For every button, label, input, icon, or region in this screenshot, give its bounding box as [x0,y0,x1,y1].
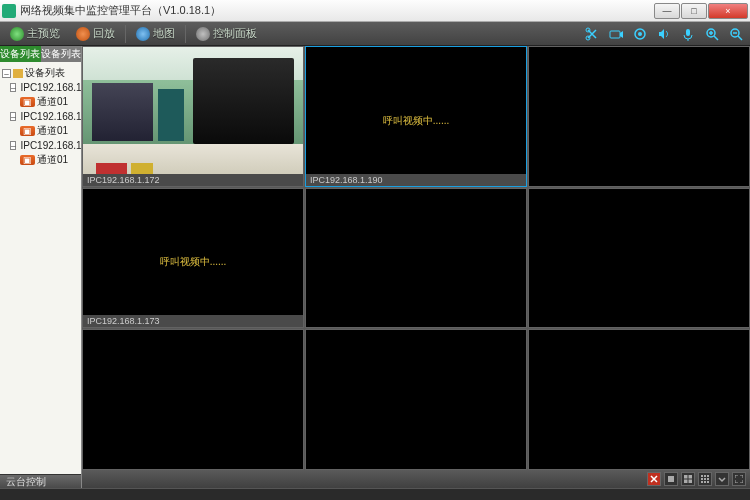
svg-rect-9 [684,475,688,479]
minimize-button[interactable]: — [654,3,680,19]
video-feed [83,47,303,186]
svg-rect-10 [689,475,693,479]
svg-rect-17 [704,478,706,480]
ptz-panel-header[interactable]: 云台控制 [0,474,81,488]
playback-icon [76,27,90,41]
sidebar-tab-devices[interactable]: 设备列表 [0,46,41,62]
svg-point-4 [638,32,642,36]
video-cell-label: IPC192.168.1.190 [306,174,526,186]
tab-preview[interactable]: 主预览 [2,24,68,43]
sidebar: 设备列表 设备列表 – 设备列表 –IPC192.168.1.190▣通道01–… [0,46,82,488]
video-cell-label: IPC192.168.1.172 [83,174,303,186]
svg-rect-20 [704,481,706,483]
tree-device[interactable]: –IPC192.168.1.190 [2,81,79,94]
tree-channel[interactable]: ▣通道01 [2,94,79,110]
sidebar-tab-groups[interactable]: 设备列表 [41,46,82,62]
tree-channel-label: 通道01 [37,95,68,109]
mic-icon[interactable] [679,25,697,43]
svg-rect-21 [707,481,709,483]
svg-rect-14 [704,475,706,477]
layout-9-icon[interactable] [698,472,712,486]
video-cell[interactable] [528,46,750,187]
tree-device[interactable]: –IPC192.168.1.173 [2,139,79,152]
tree-root[interactable]: – 设备列表 [2,65,79,81]
collapse-icon[interactable]: – [2,69,11,78]
video-cell[interactable]: 呼叫视频中......IPC192.168.1.173 [82,188,304,329]
collapse-icon[interactable]: – [10,112,16,121]
video-cell-label: IPC192.168.1.173 [83,315,303,327]
video-cell[interactable]: IPC192.168.1.172 [82,46,304,187]
toolbar-separator [185,25,186,43]
tab-playback-label: 回放 [93,26,115,41]
svg-rect-15 [707,475,709,477]
tab-map-label: 地图 [153,26,175,41]
tree-device-label: IPC192.168.1.190 [20,82,81,93]
tree-device-label: IPC192.168.1.173 [20,140,81,151]
zoom-out-icon[interactable] [727,25,745,43]
video-cell[interactable] [305,329,527,470]
tree-channel[interactable]: ▣通道01 [2,123,79,139]
tab-playback[interactable]: 回放 [68,24,123,43]
svg-rect-8 [668,476,674,482]
tree-device-label: IPC192.168.1.172 [20,111,81,122]
tree-channel-label: 通道01 [37,153,68,167]
layout-more-icon[interactable] [715,472,729,486]
video-cell[interactable] [528,329,750,470]
camera-badge-icon: ▣ [20,155,35,165]
collapse-icon[interactable]: – [10,141,16,150]
tab-control-panel[interactable]: 控制面板 [188,24,265,43]
sound-icon[interactable] [655,25,673,43]
tab-preview-label: 主预览 [27,26,60,41]
tree-root-label: 设备列表 [25,66,65,80]
layout-1-icon[interactable] [664,472,678,486]
device-tree: – 设备列表 –IPC192.168.1.190▣通道01–IPC192.168… [0,62,81,474]
fullscreen-icon[interactable] [732,472,746,486]
svg-rect-13 [701,475,703,477]
scissors-icon[interactable] [583,25,601,43]
svg-rect-19 [701,481,703,483]
zoom-in-icon[interactable] [703,25,721,43]
sidebar-tabs: 设备列表 设备列表 [0,46,81,62]
gear-icon [196,27,210,41]
video-grid: IPC192.168.1.172呼叫视频中......IPC192.168.1.… [82,46,750,470]
folder-icon [13,69,23,78]
close-all-icon[interactable] [647,472,661,486]
tree-channel[interactable]: ▣通道01 [2,152,79,168]
toolbar-separator [125,25,126,43]
close-button[interactable]: × [708,3,748,19]
map-icon [136,27,150,41]
video-cell[interactable] [305,188,527,329]
status-bar [0,488,750,500]
maximize-button[interactable]: □ [681,3,707,19]
video-cell[interactable]: 呼叫视频中......IPC192.168.1.190 [305,46,527,187]
svg-rect-2 [610,31,620,38]
layout-4-icon[interactable] [681,472,695,486]
svg-rect-12 [689,480,693,484]
tab-map[interactable]: 地图 [128,24,183,43]
main-toolbar: 主预览 回放 地图 控制面板 [0,22,750,46]
camera-badge-icon: ▣ [20,126,35,136]
collapse-icon[interactable]: – [10,83,16,92]
grid-bottom-toolbar [82,470,750,488]
window-titlebar: 网络视频集中监控管理平台（V1.0.18.1） — □ × [0,0,750,22]
app-icon [2,4,16,18]
camera-badge-icon: ▣ [20,97,35,107]
record-icon[interactable] [631,25,649,43]
camera-icon[interactable] [607,25,625,43]
main-area: IPC192.168.1.172呼叫视频中......IPC192.168.1.… [82,46,750,488]
tree-device[interactable]: –IPC192.168.1.172 [2,110,79,123]
video-cell[interactable] [82,329,304,470]
tab-control-panel-label: 控制面板 [213,26,257,41]
svg-rect-11 [684,480,688,484]
svg-rect-5 [686,29,690,36]
svg-rect-16 [701,478,703,480]
preview-icon [10,27,24,41]
video-cell[interactable] [528,188,750,329]
calling-message: 呼叫视频中...... [83,255,303,269]
window-title: 网络视频集中监控管理平台（V1.0.18.1） [20,3,221,18]
ptz-label: 云台控制 [6,475,46,489]
svg-rect-18 [707,478,709,480]
calling-message: 呼叫视频中...... [306,114,526,128]
tree-channel-label: 通道01 [37,124,68,138]
